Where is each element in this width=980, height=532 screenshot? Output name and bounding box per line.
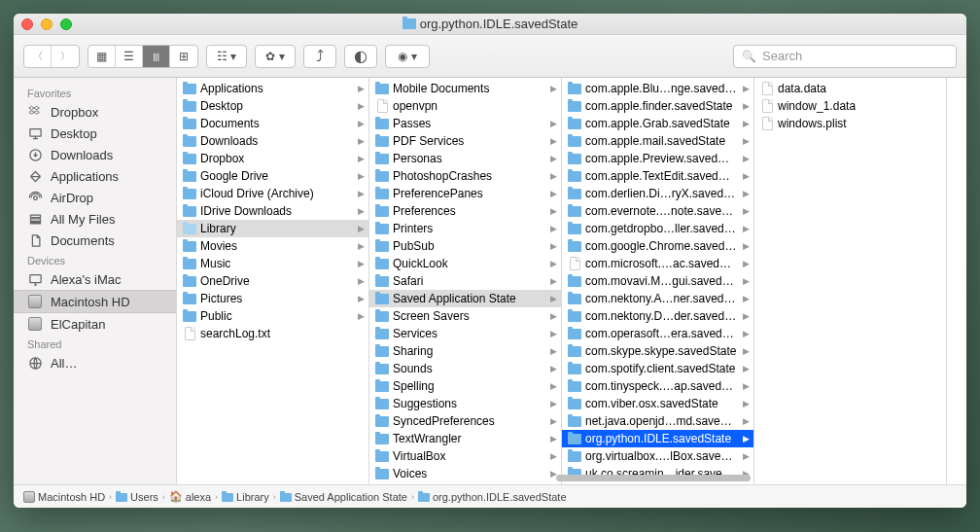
list-item[interactable]: com.nektony.A…ner.savedState▶: [562, 290, 753, 307]
quicklook-button[interactable]: ◉ ▾: [386, 46, 429, 67]
view-gallery-button[interactable]: ⊞: [170, 46, 197, 67]
list-item[interactable]: com.microsoft.…ac.savedState▶: [562, 255, 753, 272]
list-item[interactable]: com.tinyspeck.…ap.savedState▶: [562, 377, 753, 395]
list-item[interactable]: Desktop▶: [177, 97, 368, 115]
breadcrumb-item[interactable]: Library: [222, 491, 269, 503]
search-input[interactable]: Search: [733, 45, 957, 68]
share-button[interactable]: ⤴: [303, 45, 336, 68]
list-item[interactable]: Documents▶: [177, 115, 368, 132]
list-item[interactable]: Sharing▶: [369, 342, 561, 360]
list-item[interactable]: com.derlien.Di…ryX.savedState▶: [562, 185, 753, 202]
list-item[interactable]: com.operasoft…era.savedState▶: [562, 325, 753, 342]
list-item[interactable]: net.java.openjd…md.savedState▶: [562, 412, 753, 430]
list-item[interactable]: Music▶: [177, 255, 368, 272]
list-item[interactable]: com.apple.Blu…nge.savedState▶: [562, 80, 753, 97]
list-item[interactable]: Pictures▶: [177, 290, 368, 307]
list-item[interactable]: Screen Savers▶: [369, 307, 561, 325]
list-item[interactable]: com.skype.skype.savedState▶: [562, 342, 753, 360]
sidebar-item-applications[interactable]: Applications: [14, 165, 176, 187]
sidebar-item-dropbox[interactable]: Dropbox: [14, 101, 176, 123]
list-item[interactable]: TextWrangler▶: [369, 430, 561, 447]
list-item[interactable]: com.spotify.client.savedState▶: [562, 360, 753, 377]
horizontal-scrollbar[interactable]: [352, 475, 947, 482]
view-icon-button[interactable]: ▦: [88, 46, 116, 67]
list-item[interactable]: Applications▶: [177, 80, 368, 97]
breadcrumb-item[interactable]: Saved Application State: [280, 491, 407, 503]
column-0[interactable]: Applications▶Desktop▶Documents▶Downloads…: [177, 78, 369, 484]
list-item[interactable]: Google Drive▶: [177, 167, 368, 185]
forward-button[interactable]: 〉: [52, 46, 79, 67]
column-2[interactable]: com.apple.Blu…nge.savedState▶com.apple.f…: [562, 78, 754, 484]
list-item[interactable]: com.viber.osx.savedState▶: [562, 395, 753, 412]
list-item[interactable]: Suggestions▶: [369, 395, 561, 412]
back-button[interactable]: 〈: [24, 46, 52, 67]
list-item[interactable]: com.movavi.M…gui.savedState▶: [562, 272, 753, 290]
list-item[interactable]: Library▶: [177, 220, 368, 237]
sidebar-item-airdrop[interactable]: AirDrop: [14, 187, 176, 208]
list-item[interactable]: org.python.IDLE.savedState▶: [562, 430, 753, 447]
list-item[interactable]: Saved Application State▶: [369, 290, 561, 307]
sidebar-item-all-[interactable]: All…: [14, 352, 176, 373]
list-item[interactable]: Dropbox▶: [177, 150, 368, 167]
scrollbar-thumb[interactable]: [556, 475, 751, 481]
tags-button[interactable]: ◐: [344, 45, 377, 68]
view-column-button[interactable]: ⫼: [143, 46, 170, 67]
list-item[interactable]: window_1.data: [754, 97, 946, 115]
list-item[interactable]: SyncedPreferences▶: [369, 412, 561, 430]
list-item[interactable]: VirtualBox▶: [369, 447, 561, 465]
sidebar-item-elcapitan[interactable]: ElCapitan: [14, 313, 176, 335]
list-item[interactable]: iCloud Drive (Archive)▶: [177, 185, 368, 202]
list-item[interactable]: com.nektony.D…der.savedState▶: [562, 307, 753, 325]
list-item[interactable]: com.apple.mail.savedState▶: [562, 132, 753, 150]
list-item[interactable]: windows.plist: [754, 115, 946, 132]
list-item[interactable]: searchLog.txt: [177, 325, 368, 342]
sidebar-item-downloads[interactable]: Downloads: [14, 144, 176, 165]
list-item[interactable]: PreferencePanes▶: [369, 185, 561, 202]
sidebar-item-all-my-files[interactable]: All My Files: [14, 208, 176, 230]
list-item[interactable]: IDrive Downloads▶: [177, 202, 368, 220]
breadcrumb-item[interactable]: 🏠alexa: [169, 490, 211, 503]
list-item[interactable]: com.apple.TextEdit.savedState▶: [562, 167, 753, 185]
action-button[interactable]: ✿ ▾: [256, 46, 295, 67]
list-item[interactable]: com.apple.Grab.savedState▶: [562, 115, 753, 132]
titlebar[interactable]: org.python.IDLE.savedState: [14, 14, 966, 35]
list-item[interactable]: Passes▶: [369, 115, 561, 132]
list-item[interactable]: PDF Services▶: [369, 132, 561, 150]
column-3[interactable]: data.datawindow_1.datawindows.plist: [754, 78, 947, 484]
list-item[interactable]: Preferences▶: [369, 202, 561, 220]
breadcrumb-item[interactable]: Macintosh HD: [23, 491, 105, 503]
list-item[interactable]: PhotoshopCrashes▶: [369, 167, 561, 185]
list-item[interactable]: com.google.Chrome.savedState▶: [562, 237, 753, 255]
list-item[interactable]: com.evernote.…note.savedState▶: [562, 202, 753, 220]
view-list-button[interactable]: ☰: [116, 46, 143, 67]
list-item[interactable]: Services▶: [369, 325, 561, 342]
sidebar-item-macintosh-hd[interactable]: Macintosh HD: [14, 290, 176, 313]
list-item[interactable]: Movies▶: [177, 237, 368, 255]
list-item[interactable]: openvpn: [369, 97, 561, 115]
list-item[interactable]: Spelling▶: [369, 377, 561, 395]
list-item[interactable]: Downloads▶: [177, 132, 368, 150]
list-item[interactable]: Sounds▶: [369, 360, 561, 377]
list-item[interactable]: QuickLook▶: [369, 255, 561, 272]
list-item[interactable]: Printers▶: [369, 220, 561, 237]
list-item[interactable]: PubSub▶: [369, 237, 561, 255]
list-item[interactable]: OneDrive▶: [177, 272, 368, 290]
list-item[interactable]: data.data: [754, 80, 946, 97]
sidebar-item-documents[interactable]: Documents: [14, 230, 176, 251]
sidebar-item-desktop[interactable]: Desktop: [14, 123, 176, 144]
arrange-button[interactable]: ☷ ▾: [207, 46, 246, 67]
list-item[interactable]: com.apple.Preview.savedState▶: [562, 150, 753, 167]
breadcrumb-item[interactable]: Users: [116, 491, 158, 503]
item-label: com.nektony.D…der.savedState: [585, 309, 737, 323]
list-item[interactable]: com.apple.finder.savedState▶: [562, 97, 753, 115]
sidebar-item-alexa-s-imac[interactable]: Alexa's iMac: [14, 268, 176, 290]
list-item[interactable]: com.getdropbo…ller.savedState▶: [562, 220, 753, 237]
breadcrumb-item[interactable]: org.python.IDLE.savedState: [418, 491, 567, 503]
list-item[interactable]: WebKit▶: [369, 482, 561, 484]
list-item[interactable]: Public▶: [177, 307, 368, 325]
list-item[interactable]: Mobile Documents▶: [369, 80, 561, 97]
column-1[interactable]: Mobile Documents▶openvpnPasses▶PDF Servi…: [369, 78, 562, 484]
list-item[interactable]: Safari▶: [369, 272, 561, 290]
list-item[interactable]: org.virtualbox.…lBox.savedState▶: [562, 447, 753, 465]
list-item[interactable]: Personas▶: [369, 150, 561, 167]
